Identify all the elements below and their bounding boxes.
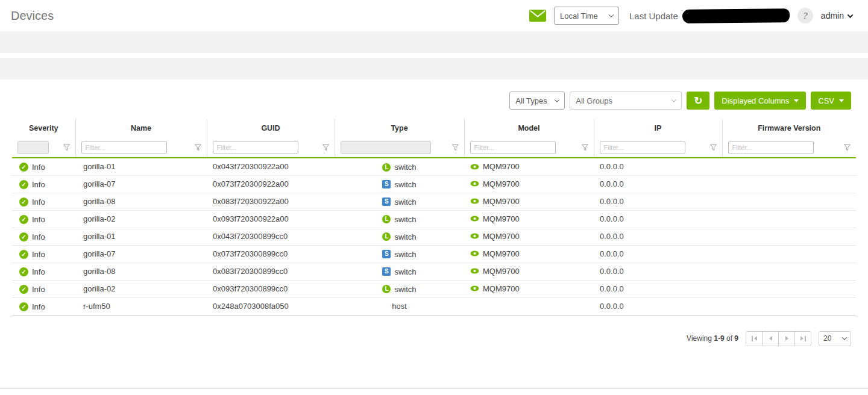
displayed-columns-label: Displayed Columns	[722, 96, 789, 105]
table-row[interactable]: ✓ Info r-ufm50 0x248a0703008fa050 host 0…	[12, 297, 856, 315]
type-badge: S	[382, 180, 391, 188]
chevron-down-icon	[842, 335, 847, 340]
refresh-button[interactable]: ↻	[687, 92, 709, 110]
filter-funnel-icon[interactable]	[452, 144, 459, 151]
table-row[interactable]: ✓ Info gorilla-07 0x073f720300922a00 S s…	[12, 175, 856, 193]
caret-down-icon	[794, 99, 799, 102]
column-header-firmware[interactable]: Firmware Version	[722, 119, 856, 137]
type-filter-box[interactable]	[341, 141, 431, 154]
severity-ok-icon: ✓	[19, 232, 28, 241]
type-badge: L	[382, 215, 391, 223]
device-type: switch	[394, 198, 416, 207]
device-model: MQM9700	[483, 267, 520, 276]
timezone-select[interactable]: Local Time	[554, 7, 619, 25]
header-actions: Local Time Last Update ? admin	[529, 7, 852, 25]
device-firmware	[722, 280, 856, 297]
device-name: r-ufm50	[75, 297, 207, 315]
device-ip: 0.0.0.0	[594, 263, 722, 280]
device-name: gorilla-08	[75, 193, 207, 210]
device-type: switch	[394, 250, 416, 259]
device-firmware	[722, 228, 856, 245]
model-filter-input[interactable]	[470, 141, 556, 154]
severity-ok-icon: ✓	[19, 198, 28, 207]
displayed-columns-button[interactable]: Displayed Columns	[714, 92, 806, 110]
viewing-range: 1-9	[714, 334, 724, 343]
viewing-label: Viewing	[687, 334, 712, 343]
ip-filter-input[interactable]	[600, 141, 685, 154]
device-name: gorilla-02	[75, 210, 207, 228]
first-page-button[interactable]	[746, 331, 763, 346]
type-filter-value: All Types	[515, 96, 547, 105]
filter-funnel-icon[interactable]	[195, 144, 201, 151]
user-menu[interactable]: admin	[821, 11, 852, 20]
firmware-filter-input[interactable]	[728, 141, 814, 154]
table-row[interactable]: ✓ Info gorilla-01 0x043f720300899cc0 L s…	[12, 228, 856, 245]
last-page-button[interactable]	[794, 331, 811, 346]
table-row[interactable]: ✓ Info gorilla-02 0x093f720300899cc0 L s…	[12, 280, 856, 297]
column-header-severity[interactable]: Severity	[12, 119, 75, 137]
device-ip: 0.0.0.0	[594, 228, 722, 245]
severity-filter-box[interactable]	[17, 141, 49, 154]
page-size-select[interactable]: 20	[819, 331, 851, 346]
mail-icon[interactable]	[529, 10, 546, 22]
severity-label: Info	[32, 163, 45, 172]
column-header-name[interactable]: Name	[75, 119, 207, 137]
chevron-down-icon	[848, 12, 854, 18]
next-page-button[interactable]	[778, 331, 795, 346]
device-type: switch	[394, 285, 416, 294]
severity-label: Info	[32, 250, 45, 259]
next-page-icon	[785, 336, 788, 341]
column-header-model[interactable]: Model	[464, 119, 594, 137]
name-filter-input[interactable]	[81, 141, 167, 154]
device-name: gorilla-07	[75, 245, 207, 263]
device-model: MQM9700	[483, 284, 520, 293]
pagination: Viewing 1-9 of 9 20	[0, 331, 868, 346]
footer-divider	[0, 388, 868, 389]
prev-page-button[interactable]	[762, 331, 779, 346]
type-badge: S	[382, 198, 391, 206]
device-name: gorilla-08	[75, 263, 207, 280]
column-header-type[interactable]: Type	[335, 119, 464, 137]
table-row[interactable]: ✓ Info gorilla-01 0x043f720300922a00 L s…	[12, 158, 856, 175]
device-firmware	[722, 175, 856, 193]
severity-label: Info	[32, 232, 45, 241]
device-ip: 0.0.0.0	[594, 245, 722, 263]
column-header-guid[interactable]: GUID	[207, 119, 335, 137]
nvidia-logo-icon	[470, 268, 479, 274]
filter-funnel-icon[interactable]	[582, 144, 588, 151]
device-ip: 0.0.0.0	[594, 297, 722, 315]
filter-funnel-icon[interactable]	[322, 144, 329, 151]
table-filter-row	[12, 137, 856, 158]
timezone-value: Local Time	[560, 11, 598, 20]
group-filter-value: All Groups	[576, 96, 612, 105]
device-model: MQM9700	[483, 214, 520, 223]
device-firmware	[722, 193, 856, 210]
device-guid: 0x093f720300922a00	[207, 210, 335, 228]
device-guid: 0x083f720300899cc0	[207, 263, 335, 280]
devices-table: Severity Name GUID Type Model IP Firmwar…	[12, 119, 856, 316]
device-type: switch	[394, 215, 416, 224]
table-row[interactable]: ✓ Info gorilla-02 0x093f720300922a00 L s…	[12, 210, 856, 228]
severity-label: Info	[32, 285, 45, 294]
nvidia-logo-icon	[470, 250, 479, 257]
table-row[interactable]: ✓ Info gorilla-08 0x083f720300899cc0 S s…	[12, 263, 856, 280]
severity-label: Info	[32, 198, 45, 207]
guid-filter-input[interactable]	[213, 141, 298, 154]
group-filter-select[interactable]: All Groups	[570, 92, 682, 110]
csv-button[interactable]: CSV	[811, 92, 851, 110]
filter-funnel-icon[interactable]	[710, 144, 717, 151]
device-name: gorilla-07	[75, 175, 207, 193]
device-guid: 0x043f720300899cc0	[207, 228, 335, 245]
column-header-ip[interactable]: IP	[594, 119, 722, 137]
device-type: host	[392, 302, 407, 311]
severity-label: Info	[32, 267, 45, 276]
device-model: MQM9700	[483, 232, 520, 241]
filter-funnel-icon[interactable]	[844, 144, 851, 151]
table-row[interactable]: ✓ Info gorilla-07 0x073f720300899cc0 S s…	[12, 245, 856, 263]
user-name: admin	[821, 11, 844, 20]
help-icon[interactable]: ?	[797, 8, 813, 23]
filter-funnel-icon[interactable]	[63, 144, 70, 151]
refresh-icon: ↻	[694, 96, 702, 106]
table-row[interactable]: ✓ Info gorilla-08 0x083f720300922a00 S s…	[12, 193, 856, 210]
type-filter-select[interactable]: All Types	[509, 92, 565, 110]
